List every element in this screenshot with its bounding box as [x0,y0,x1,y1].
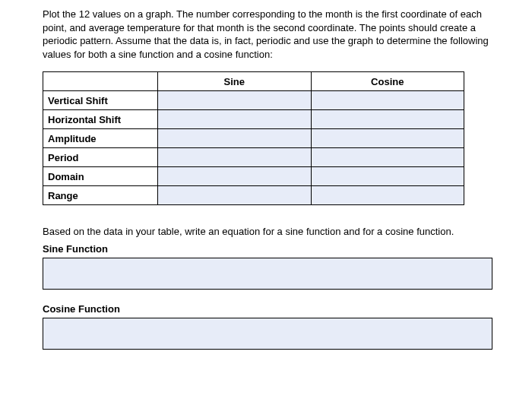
row-label-period: Period [43,148,158,167]
cell-vertical-shift-cosine[interactable] [311,91,464,110]
cell-domain-sine[interactable] [158,167,311,186]
equation-prompt: Based on the data in your table, write a… [43,225,502,239]
table-head-cosine: Cosine [311,72,464,91]
cell-period-sine[interactable] [158,148,311,167]
cell-amplitude-sine[interactable] [158,129,311,148]
cosine-function-input[interactable] [43,318,492,350]
row-label-amplitude: Amplitude [43,129,158,148]
cell-domain-cosine[interactable] [311,167,464,186]
row-label-vertical-shift: Vertical Shift [43,91,158,110]
cosine-function-label: Cosine Function [43,303,502,315]
cell-vertical-shift-sine[interactable] [158,91,311,110]
cell-amplitude-cosine[interactable] [311,129,464,148]
row-label-range: Range [43,186,158,205]
instructions-text: Plot the 12 values on a graph. The numbe… [43,8,502,61]
row-label-domain: Domain [43,167,158,186]
cell-range-sine[interactable] [158,186,311,205]
cell-range-cosine[interactable] [311,186,464,205]
sine-function-input[interactable] [43,258,492,290]
cell-horizontal-shift-sine[interactable] [158,110,311,129]
sine-function-label: Sine Function [43,243,502,255]
table-head-sine: Sine [158,72,311,91]
values-table: Sine Cosine Vertical Shift Horizontal Sh… [43,71,464,205]
cell-horizontal-shift-cosine[interactable] [311,110,464,129]
cell-period-cosine[interactable] [311,148,464,167]
table-head-blank [43,72,158,91]
row-label-horizontal-shift: Horizontal Shift [43,110,158,129]
